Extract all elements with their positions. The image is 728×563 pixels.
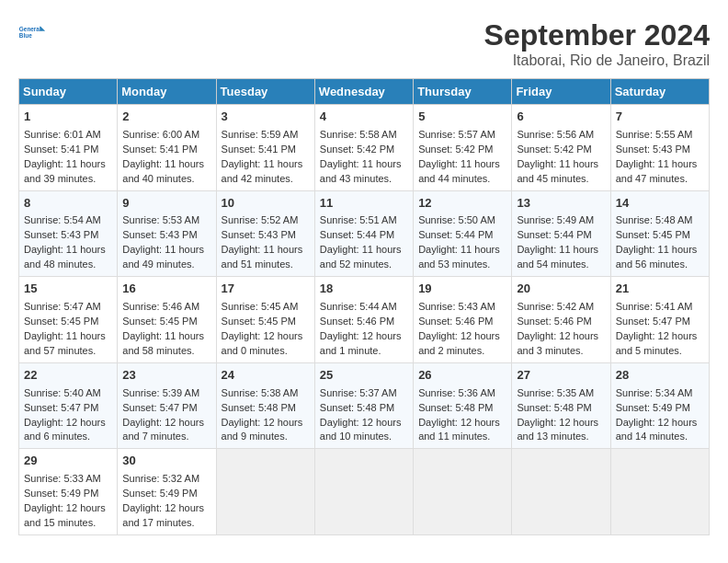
daylight-text: Daylight: 11 hours and 51 minutes. bbox=[222, 244, 303, 270]
col-friday: Friday bbox=[512, 79, 610, 105]
day-number: 8 bbox=[24, 195, 112, 213]
daylight-text: Daylight: 12 hours and 6 minutes. bbox=[24, 417, 106, 442]
day-number: 12 bbox=[418, 195, 506, 213]
daylight-text: Daylight: 11 hours and 57 minutes. bbox=[24, 330, 106, 356]
day-number: 11 bbox=[320, 195, 408, 213]
logo-icon: GeneralBlue bbox=[18, 18, 46, 46]
daylight-text: Daylight: 11 hours and 56 minutes. bbox=[616, 244, 698, 270]
sunset-text: Sunset: 5:45 PM bbox=[222, 316, 296, 327]
sunset-text: Sunset: 5:49 PM bbox=[24, 488, 98, 499]
sunrise-text: Sunrise: 5:54 AM bbox=[24, 214, 101, 225]
sunrise-text: Sunrise: 5:50 AM bbox=[418, 214, 495, 225]
sunset-text: Sunset: 5:42 PM bbox=[418, 144, 493, 155]
col-wednesday: Wednesday bbox=[314, 79, 413, 105]
daylight-text: Daylight: 12 hours and 14 minutes. bbox=[616, 417, 698, 442]
daylight-text: Daylight: 12 hours and 10 minutes. bbox=[320, 417, 402, 442]
sunset-text: Sunset: 5:45 PM bbox=[122, 316, 197, 327]
logo: GeneralBlue bbox=[18, 18, 46, 46]
day-number: 1 bbox=[24, 109, 112, 126]
sunrise-text: Sunrise: 5:57 AM bbox=[418, 129, 495, 140]
sunset-text: Sunset: 5:48 PM bbox=[222, 402, 296, 413]
daylight-text: Daylight: 12 hours and 13 minutes. bbox=[517, 417, 598, 442]
day-number: 27 bbox=[517, 367, 605, 385]
sunset-text: Sunset: 5:48 PM bbox=[320, 402, 394, 413]
day-number: 29 bbox=[24, 453, 112, 470]
day-number: 16 bbox=[122, 281, 210, 298]
daylight-text: Daylight: 12 hours and 11 minutes. bbox=[418, 417, 500, 442]
daylight-text: Daylight: 12 hours and 17 minutes. bbox=[122, 502, 204, 528]
sunset-text: Sunset: 5:43 PM bbox=[222, 229, 296, 240]
sunrise-text: Sunrise: 6:01 AM bbox=[24, 129, 101, 140]
sunset-text: Sunset: 5:44 PM bbox=[320, 229, 394, 240]
day-number: 30 bbox=[122, 453, 210, 470]
calendar-cell: 20Sunrise: 5:42 AMSunset: 5:46 PMDayligh… bbox=[512, 277, 610, 363]
sunset-text: Sunset: 5:46 PM bbox=[418, 316, 493, 327]
calendar-cell: 12Sunrise: 5:50 AMSunset: 5:44 PMDayligh… bbox=[414, 190, 512, 277]
calendar-cell: 28Sunrise: 5:34 AMSunset: 5:49 PMDayligh… bbox=[610, 362, 709, 449]
daylight-text: Daylight: 11 hours and 58 minutes. bbox=[122, 330, 204, 356]
calendar-cell: 15Sunrise: 5:47 AMSunset: 5:45 PMDayligh… bbox=[19, 277, 118, 363]
col-tuesday: Tuesday bbox=[216, 79, 314, 105]
day-number: 14 bbox=[616, 195, 704, 213]
calendar-week-row: 29Sunrise: 5:33 AMSunset: 5:49 PMDayligh… bbox=[19, 449, 710, 535]
day-number: 22 bbox=[24, 367, 112, 385]
daylight-text: Daylight: 11 hours and 40 minutes. bbox=[122, 158, 204, 184]
day-number: 6 bbox=[517, 109, 605, 126]
calendar-cell: 6Sunrise: 5:56 AMSunset: 5:42 PMDaylight… bbox=[512, 105, 610, 191]
calendar-cell: 1Sunrise: 6:01 AMSunset: 5:41 PMDaylight… bbox=[19, 105, 118, 191]
day-number: 17 bbox=[222, 281, 310, 298]
sunset-text: Sunset: 5:41 PM bbox=[24, 144, 98, 155]
daylight-text: Daylight: 11 hours and 45 minutes. bbox=[517, 158, 598, 184]
sunrise-text: Sunrise: 5:38 AM bbox=[222, 387, 299, 398]
sunset-text: Sunset: 5:49 PM bbox=[122, 488, 197, 499]
daylight-text: Daylight: 11 hours and 39 minutes. bbox=[24, 158, 106, 184]
calendar-cell: 7Sunrise: 5:55 AMSunset: 5:43 PMDaylight… bbox=[610, 105, 709, 191]
calendar-cell: 4Sunrise: 5:58 AMSunset: 5:42 PMDaylight… bbox=[314, 105, 413, 191]
calendar-week-row: 8Sunrise: 5:54 AMSunset: 5:43 PMDaylight… bbox=[19, 190, 710, 277]
sunrise-text: Sunrise: 5:52 AM bbox=[222, 214, 299, 225]
sunrise-text: Sunrise: 5:41 AM bbox=[616, 301, 693, 312]
daylight-text: Daylight: 12 hours and 5 minutes. bbox=[616, 330, 698, 356]
sunset-text: Sunset: 5:45 PM bbox=[24, 316, 98, 327]
sunset-text: Sunset: 5:41 PM bbox=[122, 144, 197, 155]
sunset-text: Sunset: 5:43 PM bbox=[122, 229, 197, 240]
calendar-cell: 9Sunrise: 5:53 AMSunset: 5:43 PMDaylight… bbox=[118, 190, 216, 277]
sunrise-text: Sunrise: 6:00 AM bbox=[122, 129, 199, 140]
sunset-text: Sunset: 5:47 PM bbox=[122, 402, 197, 413]
calendar-cell: 19Sunrise: 5:43 AMSunset: 5:46 PMDayligh… bbox=[414, 277, 512, 363]
calendar-week-row: 22Sunrise: 5:40 AMSunset: 5:47 PMDayligh… bbox=[19, 362, 710, 449]
calendar-cell: 3Sunrise: 5:59 AMSunset: 5:41 PMDaylight… bbox=[216, 105, 314, 191]
sunset-text: Sunset: 5:46 PM bbox=[517, 316, 591, 327]
calendar-cell: 5Sunrise: 5:57 AMSunset: 5:42 PMDaylight… bbox=[414, 105, 512, 191]
day-number: 18 bbox=[320, 281, 408, 298]
sunset-text: Sunset: 5:47 PM bbox=[24, 402, 98, 413]
day-number: 7 bbox=[616, 109, 704, 126]
svg-text:Blue: Blue bbox=[19, 32, 32, 39]
calendar-cell: 26Sunrise: 5:36 AMSunset: 5:48 PMDayligh… bbox=[414, 362, 512, 449]
sunset-text: Sunset: 5:42 PM bbox=[320, 144, 394, 155]
sunrise-text: Sunrise: 5:39 AM bbox=[122, 387, 199, 398]
sunrise-text: Sunrise: 5:49 AM bbox=[517, 214, 594, 225]
daylight-text: Daylight: 12 hours and 7 minutes. bbox=[122, 417, 204, 442]
day-number: 5 bbox=[418, 109, 506, 126]
day-number: 13 bbox=[517, 195, 605, 213]
daylight-text: Daylight: 12 hours and 0 minutes. bbox=[222, 330, 303, 356]
month-title: September 2024 bbox=[484, 18, 710, 52]
daylight-text: Daylight: 11 hours and 44 minutes. bbox=[418, 158, 500, 184]
sunrise-text: Sunrise: 5:44 AM bbox=[320, 301, 397, 312]
calendar-cell bbox=[414, 449, 512, 535]
sunrise-text: Sunrise: 5:45 AM bbox=[222, 301, 299, 312]
calendar-week-row: 1Sunrise: 6:01 AMSunset: 5:41 PMDaylight… bbox=[19, 105, 710, 191]
sunrise-text: Sunrise: 5:33 AM bbox=[24, 473, 101, 484]
day-number: 10 bbox=[222, 195, 310, 213]
calendar-table: Sunday Monday Tuesday Wednesday Thursday… bbox=[18, 78, 710, 535]
calendar-cell: 25Sunrise: 5:37 AMSunset: 5:48 PMDayligh… bbox=[314, 362, 413, 449]
sunrise-text: Sunrise: 5:35 AM bbox=[517, 387, 594, 398]
calendar-cell: 18Sunrise: 5:44 AMSunset: 5:46 PMDayligh… bbox=[314, 277, 413, 363]
sunrise-text: Sunrise: 5:34 AM bbox=[616, 387, 693, 398]
day-number: 25 bbox=[320, 367, 408, 385]
day-number: 2 bbox=[122, 109, 210, 126]
calendar-cell: 8Sunrise: 5:54 AMSunset: 5:43 PMDaylight… bbox=[19, 190, 118, 277]
daylight-text: Daylight: 11 hours and 43 minutes. bbox=[320, 158, 402, 184]
calendar-cell: 13Sunrise: 5:49 AMSunset: 5:44 PMDayligh… bbox=[512, 190, 610, 277]
